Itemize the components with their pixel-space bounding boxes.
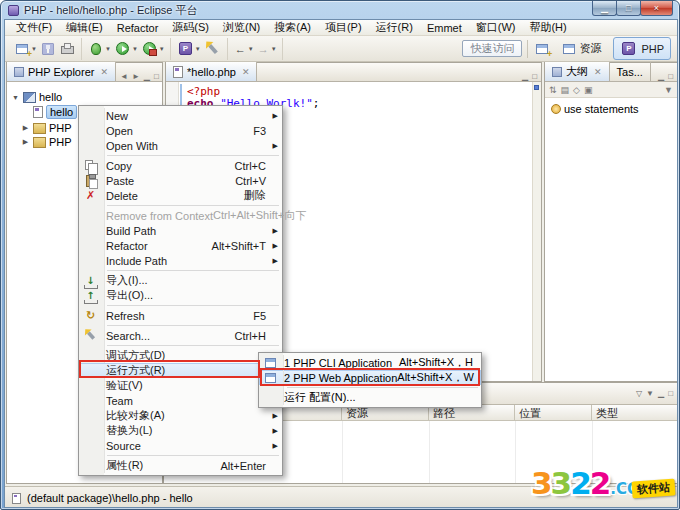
minimize-view-icon[interactable]: ▁ <box>522 72 528 81</box>
run-icon <box>116 42 129 55</box>
menu-help[interactable]: 帮助(H) <box>522 19 573 36</box>
context-item-build-path[interactable]: Build Path▶ <box>79 223 282 238</box>
open-perspective-button[interactable] <box>533 39 551 59</box>
context-item-remove-from-context[interactable]: Remove from ContextCtrl+Alt+Shift+向下 <box>79 208 282 223</box>
sort-icon[interactable]: ⇅ <box>549 85 557 95</box>
external-tools-button[interactable]: ▼ <box>140 39 166 59</box>
column-type[interactable]: 类型 <box>592 405 677 420</box>
minimize-view-icon[interactable]: ▁ <box>658 389 664 398</box>
close-tab-icon[interactable]: ✕ <box>594 67 602 77</box>
close-button[interactable]: × <box>640 1 673 16</box>
tree-item-label: PHP <box>49 122 72 134</box>
run-button[interactable]: ▼ <box>113 39 139 59</box>
menu-project[interactable]: 项目(P) <box>318 19 369 36</box>
context-item-refactor[interactable]: RefactorAlt+Shift+T▶ <box>79 238 282 253</box>
chevron-down-icon: ▼ <box>195 46 201 52</box>
submenu-item-run-configurations[interactable]: 运行 配置(N)... <box>259 390 481 405</box>
context-item-copy[interactable]: CopyCtrl+C <box>79 158 282 173</box>
column-location[interactable]: 位置 <box>515 405 592 420</box>
expand-twisty-icon[interactable]: ▶ <box>21 138 30 146</box>
view-menu-icon[interactable]: ▼ <box>646 389 654 398</box>
tab-tasks[interactable]: Tas... <box>610 62 651 81</box>
submenu-arrow-icon: ▶ <box>273 142 278 150</box>
maximize-view-icon[interactable]: □ <box>154 72 159 81</box>
forward-icon[interactable]: ► <box>132 72 140 81</box>
back-button[interactable]: ←▼ <box>233 39 255 59</box>
tab-php-explorer[interactable]: PHP Explorer ✕ <box>7 62 116 81</box>
minimize-button[interactable]: ▁ <box>592 1 617 16</box>
context-item-delete[interactable]: ✗Delete删除 <box>79 188 282 203</box>
menu-window[interactable]: 窗口(W) <box>469 19 523 36</box>
context-item-open-with[interactable]: Open With▶ <box>79 138 282 153</box>
minimize-view-icon[interactable]: ▁ <box>144 72 150 81</box>
status-text: (default package)\hello.php - hello <box>27 492 193 504</box>
maximize-view-icon[interactable]: □ <box>668 72 673 81</box>
close-tab-icon[interactable]: ✕ <box>242 67 250 77</box>
context-item-validate[interactable]: 验证(V) <box>79 378 282 393</box>
titlebar[interactable]: PHP - hello/hello.php - Eclipse 平台 <box>1 1 599 19</box>
new-wizard-button[interactable]: ▼ <box>13 39 38 59</box>
context-item-refresh[interactable]: ↻RefreshF5 <box>79 308 282 323</box>
collapse-twisty-icon[interactable]: ▼ <box>11 94 20 101</box>
context-item-run-as[interactable]: 运行方式(R)▶ <box>79 363 282 378</box>
menu-refactor[interactable]: Refactor <box>110 21 166 35</box>
minimize-view-icon[interactable]: ▁ <box>658 72 664 81</box>
debug-button[interactable]: ▼ <box>87 39 112 59</box>
explorer-toolbar: ◄ ► ▁ □ <box>116 72 163 81</box>
context-item-source[interactable]: Source▶ <box>79 438 282 453</box>
context-item-compare-with[interactable]: 比较对象(A)▶ <box>79 408 282 423</box>
menu-edit[interactable]: 编辑(E) <box>59 19 110 36</box>
perspective-php-button[interactable]: PHP <box>613 37 671 60</box>
context-item-paste[interactable]: PasteCtrl+V <box>79 173 282 188</box>
save-button[interactable] <box>39 39 57 59</box>
view-menu-icon[interactable]: ▼ <box>664 85 673 95</box>
context-item-properties[interactable]: 属性(R)Alt+Enter <box>79 458 282 473</box>
column-divider <box>342 421 343 483</box>
use-statements-icon <box>551 104 561 114</box>
context-item-include-path[interactable]: Include Path▶ <box>79 253 282 268</box>
context-item-import[interactable]: ↓导入(I)... <box>79 273 282 288</box>
menu-navigate[interactable]: 浏览(N) <box>216 19 267 36</box>
context-item-open[interactable]: OpenF3 <box>79 123 282 138</box>
tree-item-php-library-1[interactable]: ▶ PHP <box>21 121 72 135</box>
maximize-view-icon[interactable]: □ <box>532 72 537 81</box>
maximize-button[interactable]: □ <box>616 1 641 16</box>
tree-item-file-hello[interactable]: hello <box>33 105 77 119</box>
context-item-export[interactable]: ↑导出(O)... <box>79 288 282 303</box>
outline-item-use-statements[interactable]: use statements <box>551 102 639 116</box>
tree-item-project-hello[interactable]: ▼ hello <box>11 90 62 104</box>
context-item-debug-as[interactable]: 调试方式(D)▶ <box>79 348 282 363</box>
hide-nonpublic-icon[interactable]: ▣ <box>584 85 593 95</box>
filter-icon[interactable]: ▽ <box>636 389 642 398</box>
maximize-view-icon[interactable]: □ <box>668 389 673 398</box>
context-item-search[interactable]: Search...Ctrl+H <box>79 328 282 343</box>
menu-source[interactable]: 源码(S) <box>165 19 216 36</box>
expand-twisty-icon[interactable]: ▶ <box>21 124 30 132</box>
new-php-element-button[interactable]: ▼ <box>176 39 202 59</box>
submenu-item-php-web[interactable]: 2 PHP Web Application Alt+Shift+X，W <box>259 370 481 385</box>
context-item-replace-with[interactable]: 替换为(L)▶ <box>79 423 282 438</box>
tab-hello-php[interactable]: *hello.php ✕ <box>166 62 257 81</box>
tree-item-php-library-2[interactable]: ▶ PHP <box>21 135 72 149</box>
quick-access-field[interactable]: 快速访问 <box>462 40 522 57</box>
back-icon[interactable]: ◄ <box>120 72 128 81</box>
perspective-resource-button[interactable]: 资源 <box>556 38 608 59</box>
menu-run[interactable]: 运行(R) <box>369 19 420 36</box>
watermark-logo: 3322 .CC 软件站 <box>531 470 675 498</box>
search-button[interactable] <box>203 39 223 59</box>
overview-ruler[interactable] <box>532 82 541 381</box>
menu-file[interactable]: 文件(F) <box>9 19 59 36</box>
print-button[interactable] <box>58 39 77 59</box>
menu-emmet[interactable]: Emmet <box>420 21 469 35</box>
hide-fields-icon[interactable]: ▤ <box>561 85 570 95</box>
forward-button[interactable]: →▼ <box>256 39 278 59</box>
context-item-new[interactable]: New▶ <box>79 108 282 123</box>
resource-perspective-icon <box>563 44 575 54</box>
tab-outline[interactable]: 大纲 ✕ <box>545 62 610 81</box>
submenu-item-php-cli[interactable]: 1 PHP CLI Application Alt+Shift+X，H <box>259 355 481 370</box>
hide-static-icon[interactable]: ◇ <box>573 85 580 95</box>
close-icon[interactable]: ✕ <box>100 67 108 77</box>
menu-search[interactable]: 搜索(A) <box>267 19 318 36</box>
context-item-team[interactable]: Team▶ <box>79 393 282 408</box>
context-menu: New▶ OpenF3 Open With▶ CopyCtrl+C PasteC… <box>78 105 283 476</box>
